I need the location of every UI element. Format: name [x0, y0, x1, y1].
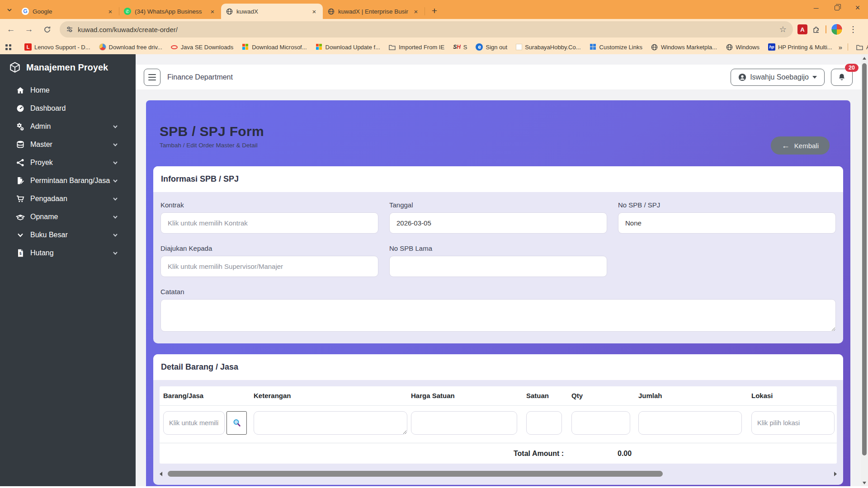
satuan-input[interactable] — [526, 411, 562, 435]
scroll-up-arrow-icon[interactable] — [863, 57, 866, 60]
bookmark-item[interactable]: Windows — [723, 42, 762, 52]
close-icon[interactable]: × — [208, 7, 217, 15]
bookmark-item[interactable]: Customize Links — [587, 42, 645, 52]
white-square-icon — [516, 44, 522, 50]
bookmark-item[interactable]: LLenovo Support - D... — [22, 42, 93, 52]
window-bottom-edge — [0, 486, 868, 488]
window-minimize-button[interactable]: ─ — [806, 0, 826, 15]
bookmark-item[interactable]: eSign out — [473, 42, 509, 52]
chevron-down-icon — [15, 231, 26, 239]
field-tanggal: Tanggal — [389, 201, 607, 234]
lokasi-input[interactable] — [751, 411, 835, 435]
cart-icon — [15, 194, 26, 203]
notifications-button[interactable]: 20 — [831, 69, 853, 86]
new-tab-button[interactable]: + — [428, 4, 441, 18]
hero-section: SPB / SPJ Form Tambah / Edit Order Maste… — [146, 100, 850, 486]
bookmark-item[interactable]: Java SE Downloads — [169, 42, 236, 52]
window-close-button[interactable]: × — [847, 0, 868, 15]
info-card-title: Informasi SPB / SPJ — [153, 166, 843, 192]
apps-grid-icon[interactable] — [5, 44, 11, 50]
window-restore-button[interactable] — [826, 0, 847, 15]
tab-title: kuwadX | Enterprise Business Pl — [338, 8, 408, 15]
bell-icon — [837, 73, 846, 82]
tanggal-input[interactable] — [389, 212, 607, 234]
browser-menu-icon[interactable]: ⋮ — [847, 24, 862, 34]
sidebar-item-master[interactable]: Master — [0, 136, 136, 154]
detail-row — [160, 406, 837, 443]
tab-title: kuwadX — [236, 8, 307, 15]
barang-lookup-button[interactable] — [226, 411, 247, 435]
bookmark-item[interactable]: Imported From IE — [387, 42, 447, 52]
scrollbar-track[interactable] — [164, 471, 834, 477]
no-spb-input[interactable] — [618, 212, 836, 234]
url-text[interactable]: kuwad.com/kuwadx/create-order/ — [78, 26, 775, 33]
barang-input[interactable] — [163, 411, 225, 435]
microsoft-squares-icon — [316, 43, 323, 51]
bookmark-item[interactable]: SurabayaHobby.Co... — [514, 43, 583, 52]
scroll-down-arrow-icon[interactable] — [863, 482, 866, 484]
close-icon[interactable]: × — [310, 7, 318, 15]
tab-kuwadx-active[interactable]: kuwadX × — [221, 4, 323, 19]
bookmark-item[interactable]: hpHP Printing & Multi... — [766, 42, 835, 52]
sidebar-item-home[interactable]: Home — [0, 81, 136, 99]
tab-whatsapp[interactable]: ✆ (34) WhatsApp Business × — [119, 4, 221, 19]
sidebar-item-admin[interactable]: Admin — [0, 117, 136, 136]
jumlah-input[interactable] — [638, 411, 742, 435]
extensions-puzzle-icon[interactable] — [812, 25, 821, 34]
forward-button[interactable]: → — [22, 22, 36, 37]
keterangan-textarea[interactable] — [254, 411, 407, 435]
back-button-kembali[interactable]: ← Kembali — [771, 136, 830, 155]
horizontal-scrollbar[interactable] — [160, 470, 837, 478]
sidebar-toggle-button[interactable] — [144, 69, 160, 86]
close-icon[interactable]: × — [106, 7, 114, 15]
chevron-down-icon — [112, 141, 118, 148]
field-catatan: Catatan — [160, 288, 836, 333]
scrollbar-thumb[interactable] — [168, 471, 663, 477]
address-bar[interactable]: kuwad.com/kuwadx/create-order/ ☆ — [60, 21, 793, 38]
bookmarks-overflow-button[interactable]: » — [839, 43, 842, 51]
sidebar-item-buku-besar[interactable]: Buku Besar — [0, 226, 136, 244]
tab-search-button[interactable] — [5, 5, 14, 15]
tab-google[interactable]: G Google × — [17, 4, 119, 19]
sidebar-item-dashboard[interactable]: Dashboard — [0, 99, 136, 117]
svg-text:$: $ — [19, 251, 22, 256]
user-menu-button[interactable]: Iswahju Soebagijo — [731, 69, 825, 86]
sidebar-item-proyek[interactable]: Proyek — [0, 154, 136, 172]
reload-button[interactable] — [40, 22, 54, 37]
tab-kuwadx-enterprise[interactable]: kuwadX | Enterprise Business Pl × — [323, 4, 425, 19]
brand[interactable]: Manajemen Proyek — [0, 54, 136, 79]
no-spb-lama-input[interactable] — [389, 256, 607, 277]
kontrak-input[interactable] — [160, 212, 378, 234]
scroll-left-arrow-icon[interactable] — [160, 472, 162, 476]
close-icon[interactable]: × — [412, 7, 420, 15]
globe-icon — [226, 8, 233, 15]
adobe-extension-icon[interactable]: A — [797, 24, 807, 34]
bookmark-item[interactable]: Download free driv... — [97, 42, 165, 52]
diajukan-input[interactable] — [160, 256, 378, 277]
scroll-right-arrow-icon[interactable] — [834, 472, 837, 476]
bookmark-item[interactable]: SHS — [451, 43, 469, 52]
department-title: Finance Department — [167, 73, 233, 81]
scrollbar-thumb[interactable] — [862, 63, 867, 455]
globe-icon — [327, 8, 335, 15]
sidebar-item-opname[interactable]: Opname — [0, 208, 136, 226]
site-settings-icon[interactable] — [66, 26, 73, 33]
all-bookmarks-button[interactable]: All Bookmarks — [854, 42, 868, 52]
back-button[interactable]: ← — [4, 22, 18, 37]
harga-satuan-input[interactable] — [411, 411, 517, 435]
vertical-scrollbar[interactable] — [861, 54, 868, 486]
qty-input[interactable] — [571, 411, 630, 435]
sidebar-item-permintaan[interactable]: Permintaan Barang/Jasa — [0, 172, 136, 190]
sidebar: Manajemen Proyek Home Dashboard Admin Ma… — [0, 54, 136, 486]
catatan-textarea[interactable] — [160, 299, 836, 332]
column-header: Keterangan — [254, 392, 407, 399]
profile-avatar[interactable] — [831, 23, 843, 35]
bookmark-star-icon[interactable]: ☆ — [779, 24, 787, 34]
sidebar-item-pengadaan[interactable]: Pengadaan — [0, 190, 136, 208]
bookmark-item[interactable]: Download Microsof... — [240, 42, 309, 52]
bookmark-item[interactable]: Windows Marketpla... — [649, 42, 719, 52]
bookmark-item[interactable]: Download Update f... — [313, 42, 382, 52]
sidebar-item-hutang[interactable]: $ Hutang — [0, 244, 136, 262]
info-card: Informasi SPB / SPJ Kontrak Tanggal No S… — [153, 166, 843, 343]
file-pen-icon — [15, 176, 26, 185]
